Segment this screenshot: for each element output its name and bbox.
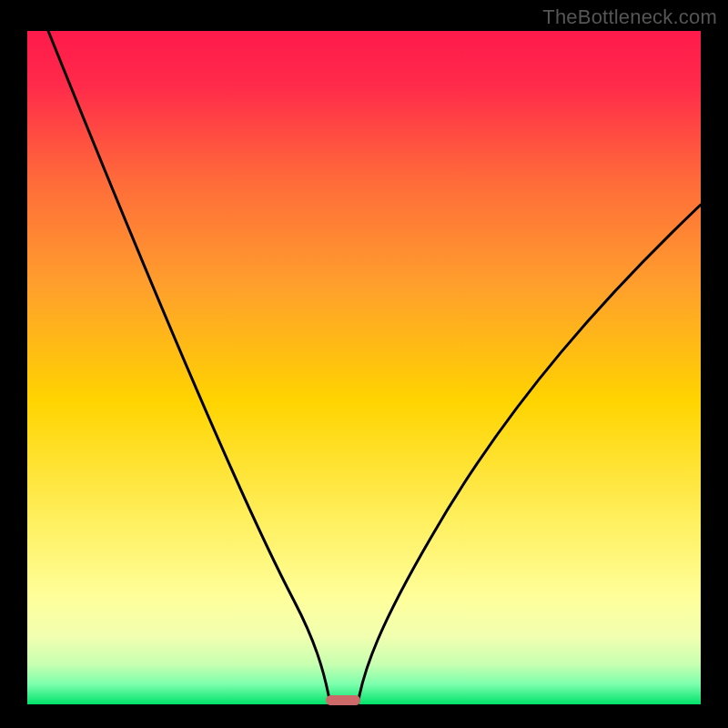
plot-background — [27, 31, 701, 704]
optimal-zone-marker — [326, 695, 360, 705]
watermark-text: TheBottleneck.com — [542, 5, 717, 29]
chart-container: TheBottleneck.com — [0, 0, 728, 728]
bottleneck-chart — [0, 0, 728, 728]
